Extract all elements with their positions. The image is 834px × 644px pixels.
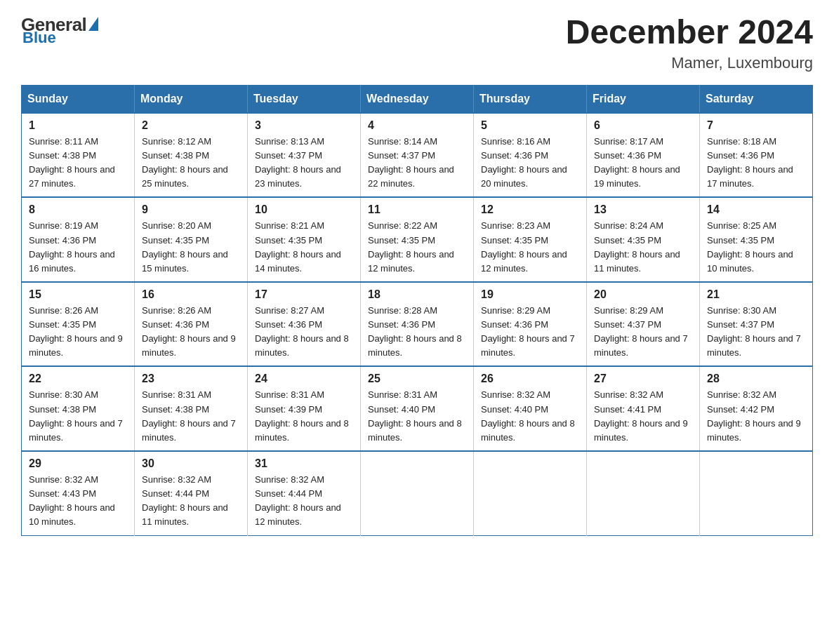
day-number: 2 xyxy=(142,119,240,132)
day-info: Sunrise: 8:32 AMSunset: 4:41 PMDaylight:… xyxy=(594,388,692,445)
day-number: 8 xyxy=(29,203,127,216)
day-info: Sunrise: 8:32 AMSunset: 4:44 PMDaylight:… xyxy=(142,473,240,530)
day-cell xyxy=(361,451,474,535)
day-cell: 23Sunrise: 8:31 AMSunset: 4:38 PMDayligh… xyxy=(135,366,248,451)
day-cell: 15Sunrise: 8:26 AMSunset: 4:35 PMDayligh… xyxy=(22,282,135,367)
day-cell: 13Sunrise: 8:24 AMSunset: 4:35 PMDayligh… xyxy=(587,197,700,282)
day-number: 10 xyxy=(255,203,353,216)
logo-blue-text: Blue xyxy=(22,29,56,47)
day-info: Sunrise: 8:32 AMSunset: 4:42 PMDaylight:… xyxy=(707,388,805,445)
day-cell: 11Sunrise: 8:22 AMSunset: 4:35 PMDayligh… xyxy=(361,197,474,282)
day-info: Sunrise: 8:14 AMSunset: 4:37 PMDaylight:… xyxy=(368,135,466,192)
day-info: Sunrise: 8:16 AMSunset: 4:36 PMDaylight:… xyxy=(481,135,579,192)
day-number: 9 xyxy=(142,203,240,216)
day-info: Sunrise: 8:29 AMSunset: 4:36 PMDaylight:… xyxy=(481,304,579,361)
day-cell: 19Sunrise: 8:29 AMSunset: 4:36 PMDayligh… xyxy=(474,282,587,367)
weekday-header-sunday: Sunday xyxy=(22,85,135,113)
calendar-title: December 2024 xyxy=(566,14,813,51)
day-cell: 6Sunrise: 8:17 AMSunset: 4:36 PMDaylight… xyxy=(587,113,700,198)
week-row-2: 8Sunrise: 8:19 AMSunset: 4:36 PMDaylight… xyxy=(22,197,813,282)
day-cell: 12Sunrise: 8:23 AMSunset: 4:35 PMDayligh… xyxy=(474,197,587,282)
day-cell: 21Sunrise: 8:30 AMSunset: 4:37 PMDayligh… xyxy=(700,282,813,367)
day-cell: 28Sunrise: 8:32 AMSunset: 4:42 PMDayligh… xyxy=(700,366,813,451)
day-cell: 17Sunrise: 8:27 AMSunset: 4:36 PMDayligh… xyxy=(248,282,361,367)
day-info: Sunrise: 8:21 AMSunset: 4:35 PMDaylight:… xyxy=(255,219,353,276)
day-cell: 29Sunrise: 8:32 AMSunset: 4:43 PMDayligh… xyxy=(22,451,135,535)
day-cell: 8Sunrise: 8:19 AMSunset: 4:36 PMDaylight… xyxy=(22,197,135,282)
day-info: Sunrise: 8:13 AMSunset: 4:37 PMDaylight:… xyxy=(255,135,353,192)
day-number: 27 xyxy=(594,373,692,385)
day-number: 24 xyxy=(255,373,353,385)
day-info: Sunrise: 8:30 AMSunset: 4:37 PMDaylight:… xyxy=(707,304,805,361)
day-number: 11 xyxy=(368,203,466,216)
day-number: 26 xyxy=(481,373,579,385)
weekday-header-friday: Friday xyxy=(587,85,700,113)
day-info: Sunrise: 8:32 AMSunset: 4:40 PMDaylight:… xyxy=(481,388,579,445)
day-number: 12 xyxy=(481,203,579,216)
day-info: Sunrise: 8:29 AMSunset: 4:37 PMDaylight:… xyxy=(594,304,692,361)
day-number: 20 xyxy=(594,288,692,301)
day-info: Sunrise: 8:24 AMSunset: 4:35 PMDaylight:… xyxy=(594,219,692,276)
day-number: 19 xyxy=(481,288,579,301)
day-info: Sunrise: 8:31 AMSunset: 4:39 PMDaylight:… xyxy=(255,388,353,445)
day-info: Sunrise: 8:28 AMSunset: 4:36 PMDaylight:… xyxy=(368,304,466,361)
day-number: 21 xyxy=(707,288,805,301)
day-info: Sunrise: 8:26 AMSunset: 4:36 PMDaylight:… xyxy=(142,304,240,361)
day-cell: 3Sunrise: 8:13 AMSunset: 4:37 PMDaylight… xyxy=(248,113,361,198)
weekday-header-monday: Monday xyxy=(135,85,248,113)
day-cell: 14Sunrise: 8:25 AMSunset: 4:35 PMDayligh… xyxy=(700,197,813,282)
day-cell: 9Sunrise: 8:20 AMSunset: 4:35 PMDaylight… xyxy=(135,197,248,282)
day-number: 14 xyxy=(707,203,805,216)
day-cell: 25Sunrise: 8:31 AMSunset: 4:40 PMDayligh… xyxy=(361,366,474,451)
day-cell: 1Sunrise: 8:11 AMSunset: 4:38 PMDaylight… xyxy=(22,113,135,198)
weekday-header-thursday: Thursday xyxy=(474,85,587,113)
day-info: Sunrise: 8:32 AMSunset: 4:44 PMDaylight:… xyxy=(255,473,353,530)
day-number: 29 xyxy=(29,457,127,470)
day-cell xyxy=(700,451,813,535)
day-cell: 22Sunrise: 8:30 AMSunset: 4:38 PMDayligh… xyxy=(22,366,135,451)
day-cell: 18Sunrise: 8:28 AMSunset: 4:36 PMDayligh… xyxy=(361,282,474,367)
weekday-header-tuesday: Tuesday xyxy=(248,85,361,113)
day-cell: 30Sunrise: 8:32 AMSunset: 4:44 PMDayligh… xyxy=(135,451,248,535)
day-number: 17 xyxy=(255,288,353,301)
day-cell: 31Sunrise: 8:32 AMSunset: 4:44 PMDayligh… xyxy=(248,451,361,535)
day-number: 31 xyxy=(255,457,353,470)
day-number: 3 xyxy=(255,119,353,132)
day-cell xyxy=(587,451,700,535)
week-row-3: 15Sunrise: 8:26 AMSunset: 4:35 PMDayligh… xyxy=(22,282,813,367)
day-number: 7 xyxy=(707,119,805,132)
day-number: 5 xyxy=(481,119,579,132)
day-number: 25 xyxy=(368,373,466,385)
day-info: Sunrise: 8:20 AMSunset: 4:35 PMDaylight:… xyxy=(142,219,240,276)
day-number: 16 xyxy=(142,288,240,301)
day-info: Sunrise: 8:18 AMSunset: 4:36 PMDaylight:… xyxy=(707,135,805,192)
day-number: 18 xyxy=(368,288,466,301)
day-cell: 4Sunrise: 8:14 AMSunset: 4:37 PMDaylight… xyxy=(361,113,474,198)
day-info: Sunrise: 8:31 AMSunset: 4:38 PMDaylight:… xyxy=(142,388,240,445)
day-number: 22 xyxy=(29,373,127,385)
day-info: Sunrise: 8:19 AMSunset: 4:36 PMDaylight:… xyxy=(29,219,127,276)
day-cell: 10Sunrise: 8:21 AMSunset: 4:35 PMDayligh… xyxy=(248,197,361,282)
day-info: Sunrise: 8:26 AMSunset: 4:35 PMDaylight:… xyxy=(29,304,127,361)
day-info: Sunrise: 8:31 AMSunset: 4:40 PMDaylight:… xyxy=(368,388,466,445)
day-info: Sunrise: 8:17 AMSunset: 4:36 PMDaylight:… xyxy=(594,135,692,192)
week-row-1: 1Sunrise: 8:11 AMSunset: 4:38 PMDaylight… xyxy=(22,113,813,198)
day-cell: 27Sunrise: 8:32 AMSunset: 4:41 PMDayligh… xyxy=(587,366,700,451)
weekday-header-saturday: Saturday xyxy=(700,85,813,113)
day-cell: 7Sunrise: 8:18 AMSunset: 4:36 PMDaylight… xyxy=(700,113,813,198)
calendar-subtitle: Mamer, Luxembourg xyxy=(566,54,813,72)
week-row-4: 22Sunrise: 8:30 AMSunset: 4:38 PMDayligh… xyxy=(22,366,813,451)
logo-triangle-icon xyxy=(88,17,98,31)
day-info: Sunrise: 8:11 AMSunset: 4:38 PMDaylight:… xyxy=(29,135,127,192)
weekday-header-row: SundayMondayTuesdayWednesdayThursdayFrid… xyxy=(22,85,813,113)
day-number: 28 xyxy=(707,373,805,385)
day-number: 13 xyxy=(594,203,692,216)
logo: General Blue xyxy=(21,14,98,47)
day-info: Sunrise: 8:30 AMSunset: 4:38 PMDaylight:… xyxy=(29,388,127,445)
day-number: 30 xyxy=(142,457,240,470)
day-cell: 20Sunrise: 8:29 AMSunset: 4:37 PMDayligh… xyxy=(587,282,700,367)
day-cell: 5Sunrise: 8:16 AMSunset: 4:36 PMDaylight… xyxy=(474,113,587,198)
title-section: December 2024 Mamer, Luxembourg xyxy=(566,14,813,72)
day-number: 6 xyxy=(594,119,692,132)
day-info: Sunrise: 8:25 AMSunset: 4:35 PMDaylight:… xyxy=(707,219,805,276)
